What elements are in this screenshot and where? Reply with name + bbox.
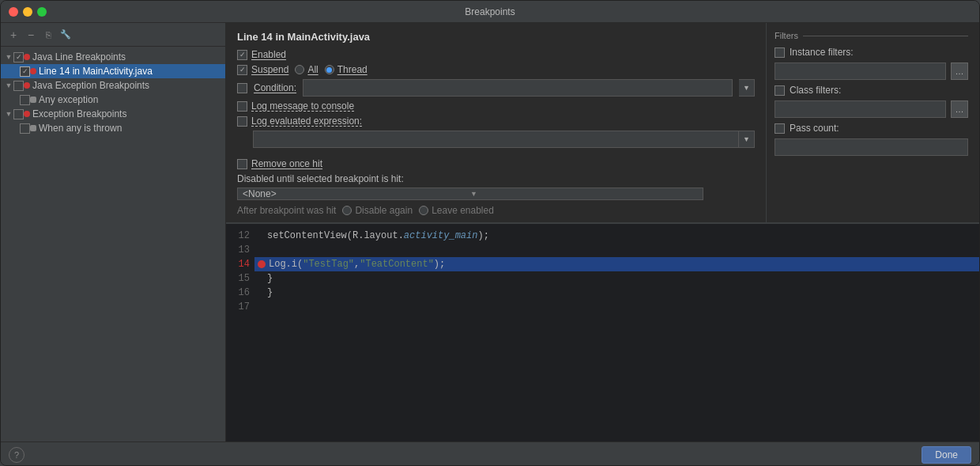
condition-input[interactable]	[303, 79, 733, 97]
breakpoint-icon	[24, 111, 30, 117]
line14-checkbox[interactable]	[20, 66, 30, 77]
help-button[interactable]: ?	[9, 447, 24, 463]
line14-label: Line 14 in MainActivity.java	[39, 66, 153, 77]
remove-button[interactable]: −	[24, 28, 37, 41]
code-line-14: Log.i("TestTag", "TeatContent");	[254, 257, 979, 271]
code-lines: setContentView(R.layout.activity_main); …	[254, 224, 979, 441]
line-num-16: 16	[226, 286, 250, 300]
tree-item-line14[interactable]: Line 14 in MainActivity.java	[1, 64, 225, 78]
line-num-13: 13	[226, 243, 250, 257]
arrow-icon: ▼	[4, 52, 13, 62]
dropdown-arrow-icon: ▼	[470, 190, 698, 198]
class-filters-row: Class filters:	[775, 85, 968, 96]
close-button[interactable]	[9, 7, 18, 17]
log-message-checkbox[interactable]	[237, 101, 247, 112]
tree-item-any-exception[interactable]: Any exception	[1, 93, 225, 107]
add-button[interactable]: +	[7, 28, 20, 41]
all-radio[interactable]	[295, 65, 304, 74]
suspend-checkbox[interactable]	[237, 65, 247, 75]
log-expression-label[interactable]: Log evaluated expression:	[237, 116, 362, 127]
java-line-bps-label: Java Line Breakpoints	[32, 51, 126, 63]
code-line-13	[261, 243, 979, 257]
arrow-icon: ▼	[4, 109, 13, 119]
settings-column: Line 14 in MainActivity.java Enabled Sus…	[226, 23, 766, 222]
class-filters-input[interactable]	[775, 100, 946, 118]
pass-count-checkbox[interactable]	[775, 123, 785, 134]
left-panel: + − ⎘ 🔧 ▼ Java Line Breakpoints Line 14 …	[1, 23, 226, 441]
remove-once-hit-label[interactable]: Remove once hit	[237, 158, 322, 169]
suspend-row: Suspend All Thread	[237, 64, 755, 75]
breakpoint-icon	[24, 82, 30, 89]
maximize-button[interactable]	[37, 7, 47, 17]
exc-bps-checkbox[interactable]	[13, 109, 24, 119]
enabled-checkbox[interactable]	[237, 50, 247, 60]
condition-checkbox[interactable]	[237, 83, 247, 93]
main-layout: + − ⎘ 🔧 ▼ Java Line Breakpoints Line 14 …	[1, 23, 979, 441]
window-title: Breakpoints	[465, 6, 514, 17]
when-any-thrown-label: When any is thrown	[39, 123, 122, 134]
code-area: 12 13 14 15 16 17 setContentView(R.layou…	[226, 222, 979, 441]
suspend-label[interactable]: Suspend	[237, 64, 288, 75]
leave-enabled-radio[interactable]	[419, 206, 428, 215]
tree-item-java-line-bps[interactable]: ▼ Java Line Breakpoints	[1, 50, 225, 64]
code-line-17	[261, 300, 979, 314]
instance-filters-label: Instance filters:	[790, 47, 854, 58]
tree-item-when-any-thrown[interactable]: When any is thrown	[1, 121, 225, 135]
java-exc-bps-checkbox[interactable]	[13, 81, 24, 91]
log-expression-input-row: ▼	[253, 131, 755, 148]
disabled-until-dropdown[interactable]: <None> ▼	[237, 188, 703, 200]
minimize-button[interactable]	[23, 7, 32, 17]
right-panel: Line 14 in MainActivity.java Enabled Sus…	[226, 23, 979, 441]
thread-radio[interactable]	[325, 65, 334, 74]
class-filters-btn[interactable]: …	[951, 100, 968, 118]
line-num-15: 15	[226, 271, 250, 286]
done-button[interactable]: Done	[922, 446, 971, 464]
all-radio-label[interactable]: All	[295, 64, 318, 75]
arrow-icon: ▼	[4, 81, 13, 90]
breakpoint-dot-icon	[258, 260, 266, 268]
instance-filters-input[interactable]	[775, 63, 946, 80]
code-line-15: }	[261, 271, 979, 286]
any-exception-label: Any exception	[39, 94, 98, 105]
log-expression-input[interactable]	[253, 131, 739, 148]
copy-button[interactable]: ⎘	[42, 28, 55, 41]
leave-enabled-label[interactable]: Leave enabled	[419, 205, 494, 216]
tree-item-exc-bps[interactable]: ▼ Exception Breakpoints	[1, 107, 225, 121]
disabled-until-label: Disabled until selected breakpoint is hi…	[237, 173, 755, 184]
instance-filters-checkbox[interactable]	[775, 47, 785, 58]
log-expression-dropdown-btn[interactable]: ▼	[739, 131, 755, 148]
instance-filters-input-row: …	[775, 63, 968, 80]
after-breakpoint-label: After breakpoint was hit	[237, 205, 336, 216]
pass-count-input-row	[775, 138, 968, 156]
class-filters-checkbox[interactable]	[775, 85, 785, 96]
disabled-breakpoint-icon	[30, 97, 36, 103]
code-line-12: setContentView(R.layout.activity_main);	[261, 229, 979, 243]
tree-item-java-exc-bps[interactable]: ▼ Java Exception Breakpoints	[1, 78, 225, 93]
when-any-thrown-checkbox[interactable]	[20, 123, 30, 134]
any-exception-checkbox[interactable]	[20, 95, 30, 105]
pass-count-input[interactable]	[775, 138, 968, 156]
java-line-bps-checkbox[interactable]	[13, 52, 24, 63]
exc-bps-label: Exception Breakpoints	[32, 108, 126, 119]
instance-filters-btn[interactable]: …	[951, 63, 968, 80]
disable-again-label[interactable]: Disable again	[342, 205, 413, 216]
enabled-row: Enabled	[237, 49, 755, 60]
line-num-12: 12	[226, 229, 250, 243]
after-breakpoint-row: After breakpoint was hit Disable again L…	[237, 205, 755, 216]
breakpoints-toolbar: + − ⎘ 🔧	[1, 23, 225, 47]
bottom-bar: ? Done	[1, 441, 979, 466]
enabled-label[interactable]: Enabled	[237, 49, 286, 60]
filters-title: Filters	[775, 31, 968, 40]
class-filters-label: Class filters:	[790, 85, 841, 96]
disable-again-radio[interactable]	[342, 206, 352, 215]
remove-once-hit-checkbox[interactable]	[237, 159, 247, 169]
title-bar: Breakpoints	[1, 1, 979, 23]
settings-button[interactable]: 🔧	[59, 28, 72, 41]
log-message-label[interactable]: Log message to console	[237, 100, 354, 112]
disabled-until-value: <None>	[243, 188, 470, 199]
traffic-lights[interactable]	[9, 7, 47, 17]
remove-once-hit-row: Remove once hit	[237, 158, 755, 169]
thread-radio-label[interactable]: Thread	[325, 64, 368, 75]
log-expression-checkbox[interactable]	[237, 116, 247, 127]
condition-dropdown-btn[interactable]: ▼	[739, 79, 755, 97]
